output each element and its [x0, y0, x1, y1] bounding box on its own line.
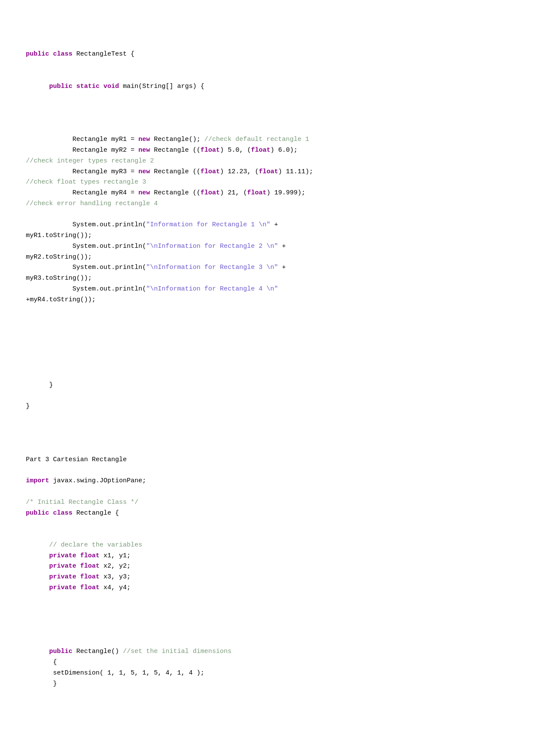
code-content: public class RectangleTest { public stat… [26, 17, 509, 689]
